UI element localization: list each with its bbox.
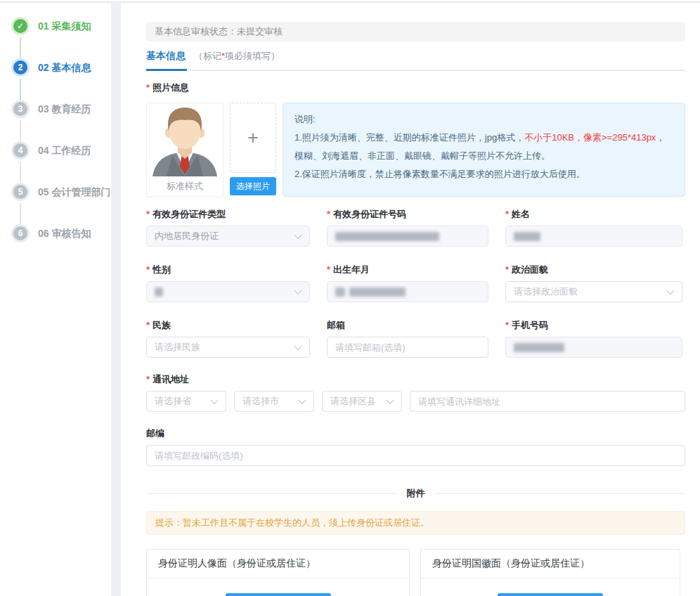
attachments-divider-label: 附件 — [407, 487, 425, 500]
sidebar-step-2[interactable]: 202 基本信息 — [13, 60, 111, 102]
step-list: ✓01 采集须知202 基本信息303 教育经历404 工作经历505 会计管理… — [13, 19, 111, 268]
field-id-number: *有效身份证件号码 — [327, 208, 488, 247]
photo-note-line1: 1.照片须为清晰、完整、近期的标准证件照片，jpg格式，不小于10KB，像素>=… — [294, 129, 673, 165]
full-name-label: *姓名 — [505, 208, 682, 221]
sidebar-step-3[interactable]: 303 教育经历 — [13, 102, 111, 143]
required-asterisk: * — [146, 374, 150, 384]
attachment-cards: 身份证明人像面（身份证或居住证）点击上传证明附件只能上传（jpg,jpeg,pn… — [146, 549, 685, 596]
address-district-select[interactable]: 请选择区县 — [322, 391, 402, 412]
basic-info-form: *有效身份证件类型内地居民身份证*有效身份证件号码*姓名*性别*出生年月*政治面… — [146, 208, 685, 358]
select-placeholder: 请选择区县 — [330, 395, 376, 408]
tab-required-hint: （标记*项必须填写） — [194, 50, 280, 70]
attachment-notice: 提示：暂未工作且不属于在校学生的人员，须上传身份证或居住证。 — [146, 511, 685, 535]
select-value: 请选择政治面貌 — [514, 285, 578, 298]
select-value: 请选择民族 — [155, 341, 200, 354]
attachment-card-emblem-side: 身份证明国徽面（身份证或居住证）点击上传证明附件只能上传（jpg,jpeg,pn… — [420, 549, 680, 596]
ethnicity-select[interactable]: 请选择民族 — [146, 337, 310, 358]
zip-block: 邮编 — [146, 427, 685, 466]
step-label: 03 教育经历 — [38, 103, 91, 116]
address-province-select[interactable]: 请选择省 — [146, 391, 226, 412]
step-label: 01 采集须知 — [38, 20, 91, 33]
attachment-card-body: 点击上传证明附件只能上传（jpg,jpeg,png）图片文件，大于20KB且不超… — [421, 578, 680, 596]
phone-label: *手机号码 — [505, 319, 682, 332]
upload-attachment-button[interactable]: 点击上传证明附件 — [498, 593, 603, 596]
birth-date-label: *出生年月 — [327, 264, 488, 276]
photo-note-red-text: 不小于10KB，像素>=295*413px — [524, 132, 656, 143]
redacted-value — [155, 287, 163, 297]
photo-instructions: 说明: 1.照片须为清晰、完整、近期的标准证件照片，jpg格式，不小于10KB，… — [283, 103, 685, 197]
required-asterisk: * — [327, 209, 330, 219]
required-asterisk: * — [146, 209, 150, 219]
sidebar-step-5[interactable]: 505 会计管理部门 — [13, 185, 111, 226]
step-number: 3 — [13, 102, 27, 116]
field-political-status: *政治面貌请选择政治面貌 — [505, 264, 682, 302]
step-connector — [20, 162, 21, 183]
redacted-value — [514, 343, 564, 352]
redacted-value — [335, 287, 345, 297]
steps-sidebar: ✓01 采集须知202 基本信息303 教育经历404 工作经历505 会计管理… — [0, 0, 111, 596]
step-number: 5 — [13, 185, 27, 199]
address-city-select[interactable]: 请选择市 — [234, 391, 314, 412]
photo-upload-dropzone[interactable]: + — [230, 103, 276, 173]
address-label: *通讯地址 — [146, 373, 685, 386]
step-number: 4 — [13, 143, 27, 157]
select-placeholder: 请选择市 — [242, 395, 279, 408]
redacted-value — [335, 232, 439, 241]
status-text: 基本信息审核状态：未提交审核 — [155, 25, 283, 38]
birth-date-input — [327, 281, 488, 302]
sidebar-divider — [111, 1, 121, 596]
required-asterisk: * — [146, 264, 150, 275]
gender-select — [146, 281, 310, 302]
field-email: 邮箱 — [327, 319, 488, 358]
tab-basic-info[interactable]: 基本信息 — [146, 50, 187, 71]
attachment-card-portrait-side: 身份证明人像面（身份证或居住证）点击上传证明附件只能上传（jpg,jpeg,pn… — [146, 549, 410, 596]
required-asterisk: * — [505, 209, 509, 219]
redacted-value — [349, 287, 406, 297]
required-asterisk: * — [146, 320, 150, 330]
sidebar-step-1[interactable]: ✓01 采集须知 — [13, 19, 111, 60]
attachments-divider: 附件 — [146, 487, 685, 500]
email-input[interactable] — [327, 337, 488, 358]
status-bar: 基本信息审核状态：未提交审核 — [146, 22, 685, 41]
photo-note-line2: 2.保证照片清晰度，禁止将像素数量不满足要求的照片进行放大后使用。 — [294, 165, 673, 183]
attachment-card-body: 点击上传证明附件只能上传（jpg,jpeg,png）图片文件，大于20KB且不超… — [147, 578, 409, 596]
select-value: 内地居民身份证 — [155, 230, 219, 242]
step-connector — [20, 79, 21, 100]
required-asterisk: * — [505, 320, 509, 330]
field-phone: *手机号码 — [505, 319, 682, 358]
sidebar-step-6[interactable]: 606 审核告知 — [13, 226, 111, 268]
sidebar-step-4[interactable]: 404 工作经历 — [13, 143, 111, 185]
select-placeholder: 请选择省 — [155, 395, 191, 408]
sample-photo-card: 标准样式 — [146, 103, 223, 197]
step-label: 02 基本信息 — [38, 62, 91, 74]
political-status-select[interactable]: 请选择政治面貌 — [505, 281, 682, 302]
required-asterisk: * — [146, 82, 150, 93]
step-number: 2 — [13, 60, 27, 74]
main-content: 基本信息审核状态：未提交审核 基本信息 （标记*项必须填写） *照片信息 — [121, 0, 700, 596]
zip-input[interactable] — [146, 445, 685, 466]
upload-attachment-button[interactable]: 点击上传证明附件 — [226, 593, 331, 596]
chevron-down-icon — [294, 342, 302, 350]
zip-label: 邮编 — [146, 427, 685, 440]
page: ✓01 采集须知202 基本信息303 教育经历404 工作经历505 会计管理… — [0, 0, 700, 596]
field-gender: *性别 — [146, 264, 310, 302]
chevron-down-icon — [210, 396, 218, 404]
step-connector — [20, 37, 21, 58]
gender-label: *性别 — [146, 264, 310, 276]
plus-icon: + — [247, 129, 259, 148]
id-type-label: *有效身份证件类型 — [146, 208, 310, 221]
phone-input — [505, 337, 682, 358]
photo-note-title: 说明: — [294, 110, 673, 129]
step-connector — [20, 203, 21, 224]
redacted-value — [514, 232, 540, 241]
attachment-card-title: 身份证明国徽面（身份证或居住证） — [421, 550, 680, 578]
field-birth-date: *出生年月 — [327, 264, 488, 302]
step-connector — [20, 120, 21, 141]
attachment-card-title: 身份证明人像面（身份证或居住证） — [147, 550, 409, 578]
field-full-name: *姓名 — [505, 208, 682, 247]
choose-photo-button[interactable]: 选择照片 — [230, 177, 276, 195]
address-row: 请选择省请选择市请选择区县 — [146, 391, 685, 412]
photo-section-label: *照片信息 — [146, 82, 685, 94]
address-detail-input[interactable] — [410, 391, 685, 412]
step-number: 6 — [13, 226, 27, 240]
